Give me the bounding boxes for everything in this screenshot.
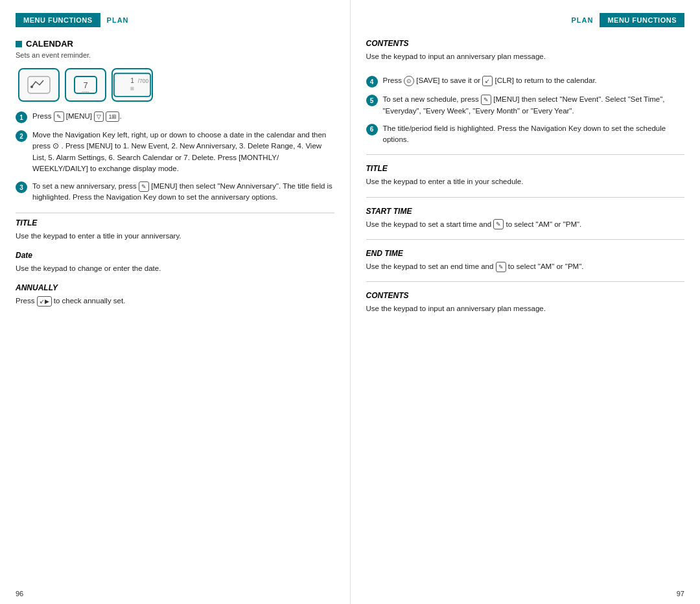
svg-point-1 bbox=[30, 86, 33, 88]
left-header-tab: MENU FUNCTIONS bbox=[16, 13, 100, 27]
svg-text:/700: /700 bbox=[138, 78, 149, 84]
menu-icon-st: ✎ bbox=[493, 219, 504, 229]
step-1: 1 Press ✎ [MENU] ▽ 1⊞. bbox=[16, 111, 334, 123]
phone-images: 7 pqrs 1 ⊞ /700 bbox=[16, 68, 334, 102]
divider-right-1 bbox=[366, 154, 685, 155]
svg-text:1: 1 bbox=[130, 77, 134, 84]
svg-text:⊞: ⊞ bbox=[130, 86, 134, 91]
menu-icon-1: ✎ bbox=[54, 111, 64, 122]
step-6: 6 The title/period field is highlighted.… bbox=[366, 123, 685, 146]
right-page-number: 97 bbox=[677, 590, 684, 598]
divider-right-4 bbox=[366, 281, 685, 282]
square-icon bbox=[16, 41, 22, 47]
divider-1 bbox=[16, 213, 334, 213]
right-header-plan: PLAN bbox=[571, 16, 593, 24]
svg-text:pqrs: pqrs bbox=[82, 90, 89, 94]
date-subsection: Date Use the keypad to change or enter t… bbox=[16, 251, 334, 274]
back-icon-annually: ↙▶ bbox=[37, 296, 52, 307]
divider-right-2 bbox=[366, 197, 685, 198]
end-time-subsection: END TIME Use the keypad to set an end ti… bbox=[366, 249, 685, 272]
right-header-tab: MENU FUNCTIONS bbox=[600, 13, 684, 27]
step-2: 2 Move the Navigation Key left, right, u… bbox=[16, 130, 334, 174]
phone-image-3: 1 ⊞ /700 bbox=[111, 68, 153, 102]
calendar-subtitle: Sets an event reminder. bbox=[16, 51, 334, 59]
left-page-number: 96 bbox=[16, 590, 23, 598]
annually-subsection: ANNUALLY Press ↙▶ to check annually set. bbox=[16, 283, 334, 307]
right-header: PLAN MENU FUNCTIONS bbox=[366, 13, 685, 27]
left-header-plan: PLAN bbox=[107, 16, 129, 24]
key-icon-1: 1⊞ bbox=[106, 111, 119, 122]
start-time-subsection: START TIME Use the keypad to set a start… bbox=[366, 207, 685, 230]
bottom-contents-subsection: CONTENTS Use the keypad to input an anni… bbox=[366, 291, 685, 314]
phone-image-2: 7 pqrs bbox=[65, 68, 106, 102]
menu-icon-5: ✎ bbox=[481, 95, 491, 105]
title-subsection: TITLE Use the keypad to enter a title in… bbox=[16, 213, 334, 242]
menu-icon-et: ✎ bbox=[496, 262, 506, 272]
step-3: 3 To set a new anniversary, press ✎ [MEN… bbox=[16, 181, 334, 203]
step-4: 4 Press ⊙ [SAVE] to save it or ↙ [CLR] t… bbox=[366, 75, 685, 87]
calendar-section-title: CALENDAR bbox=[16, 39, 334, 49]
top-contents-title: CONTENTS bbox=[366, 39, 685, 48]
nav-icon-1: ▽ bbox=[94, 111, 104, 122]
left-header: MENU FUNCTIONS PLAN bbox=[16, 13, 334, 27]
divider-right-3 bbox=[366, 239, 685, 240]
clr-icon: ↙ bbox=[482, 76, 493, 86]
step-5: 5 To set a new schedule, press ✎ [MENU] … bbox=[366, 94, 685, 117]
menu-icon-3: ✎ bbox=[139, 181, 149, 192]
right-title-subsection: TITLE Use the keypad to enter a title in… bbox=[366, 164, 685, 187]
top-contents-section: CONTENTS Use the keypad to input an anni… bbox=[366, 39, 685, 62]
phone-image-1 bbox=[18, 68, 60, 102]
save-icon: ⊙ bbox=[404, 76, 414, 86]
top-contents-text: Use the keypad to input an anniversary p… bbox=[366, 51, 685, 62]
svg-text:7: 7 bbox=[83, 80, 88, 90]
